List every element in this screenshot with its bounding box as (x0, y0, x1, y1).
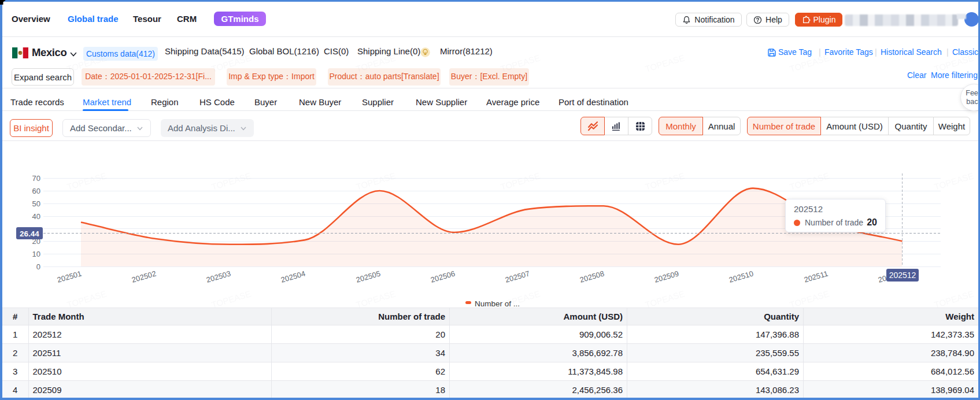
svg-text:40: 40 (32, 212, 40, 221)
svg-text:202502: 202502 (131, 269, 157, 284)
svg-text:202507: 202507 (504, 269, 531, 284)
svg-text:50: 50 (32, 199, 40, 208)
svg-text:202508: 202508 (579, 269, 605, 284)
svg-text:202506: 202506 (430, 269, 456, 284)
svg-text:Number of ...: Number of ... (475, 299, 520, 308)
svg-text:202512: 202512 (889, 271, 916, 280)
svg-text:70: 70 (32, 174, 40, 183)
svg-text:202511: 202511 (803, 269, 829, 284)
svg-text:60: 60 (32, 187, 40, 195)
svg-text:202510: 202510 (728, 269, 755, 284)
svg-text:202501: 202501 (56, 269, 83, 284)
svg-text:10: 10 (32, 250, 40, 258)
svg-text:202504: 202504 (280, 269, 306, 284)
svg-text:26.44: 26.44 (20, 229, 39, 238)
svg-text:202505: 202505 (355, 269, 382, 284)
svg-text:202509: 202509 (653, 269, 680, 284)
svg-text:0: 0 (36, 262, 40, 271)
svg-text:202503: 202503 (205, 269, 232, 284)
